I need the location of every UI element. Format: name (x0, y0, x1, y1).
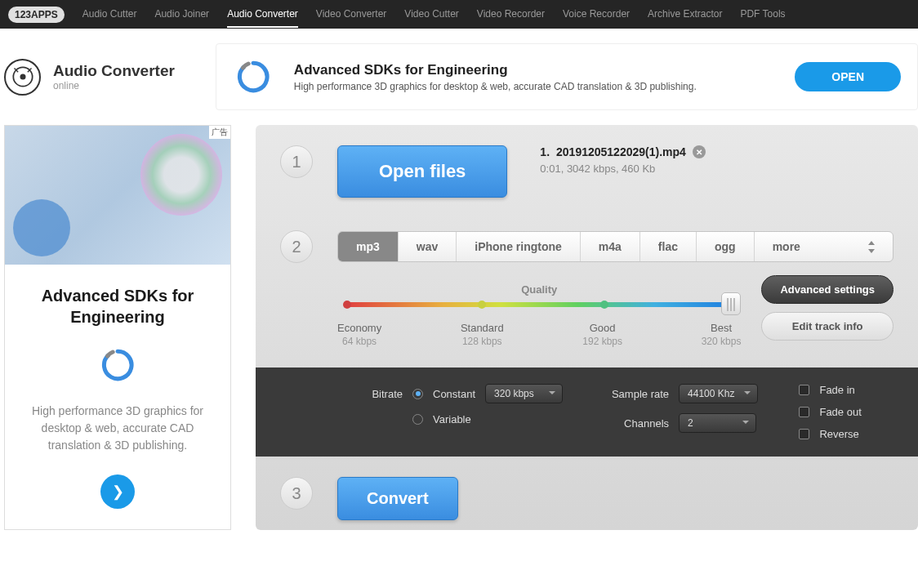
ad-badge: 广告 (209, 126, 230, 139)
format-tab-flac[interactable]: flac (640, 232, 697, 261)
step-number: 1 (280, 145, 313, 178)
format-tab-m4a[interactable]: m4a (581, 232, 640, 261)
converter-panel: 1 Open files 1. 20191205122029(1).mp4 ✕ … (256, 125, 918, 530)
quality-label: Quality (337, 283, 741, 296)
nav-item-video-recorder[interactable]: Video Recorder (477, 2, 545, 28)
ad-desc: High performance 3D graphics for desktop… (294, 81, 774, 92)
side-ad-desc: High performance 3D graphics for desktop… (21, 403, 214, 454)
reverse-label: Reverse (819, 428, 858, 440)
file-index: 1. (540, 145, 550, 158)
quality-handle[interactable] (721, 292, 741, 315)
nav-item-video-cutter[interactable]: Video Cutter (404, 2, 459, 28)
nav-item-voice-recorder[interactable]: Voice Recorder (563, 2, 630, 28)
step-number: 2 (280, 230, 313, 263)
nav-item-archive-extractor[interactable]: Archive Extractor (648, 2, 722, 28)
bitrate-constant-radio[interactable] (412, 389, 423, 399)
quality-mark: Economy64 kbps (337, 322, 381, 347)
sidebar-ad[interactable]: 广告 Advanced SDKs for Engineering High pe… (4, 125, 231, 530)
nav-item-video-converter[interactable]: Video Converter (316, 2, 387, 28)
ad-open-button[interactable]: OPEN (795, 62, 901, 91)
advanced-settings-panel: Bitrate Constant 320 kbps Variable Sampl… (256, 368, 918, 457)
nav-item-audio-cutter[interactable]: Audio Cutter (82, 2, 137, 28)
step-3: 3 Convert (256, 457, 918, 528)
ad-ring-icon (233, 56, 274, 97)
app-icon (4, 59, 41, 96)
fade-in-checkbox[interactable] (799, 385, 809, 395)
sample-rate-select[interactable]: 44100 Khz (679, 384, 758, 403)
constant-label: Constant (433, 388, 475, 400)
format-tab-mp3[interactable]: mp3 (338, 232, 399, 261)
page-header: Audio Converter online Advanced SDKs for… (0, 29, 918, 125)
arrow-right-icon[interactable]: ❯ (100, 474, 135, 509)
sample-rate-label: Sample rate (604, 388, 669, 400)
nav-item-pdf-tools[interactable]: PDF Tools (740, 2, 785, 28)
step-1: 1 Open files 1. 20191205122029(1).mp4 ✕ … (256, 125, 918, 218)
side-ad-title: Advanced SDKs for Engineering (21, 285, 214, 327)
open-files-button[interactable]: Open files (337, 145, 507, 198)
reverse-checkbox[interactable] (799, 429, 809, 439)
nav-item-audio-joiner[interactable]: Audio Joiner (154, 2, 209, 28)
brand-logo[interactable]: 123APPS (8, 7, 65, 23)
format-tab-ogg[interactable]: ogg (697, 232, 755, 261)
fade-out-checkbox[interactable] (799, 407, 809, 417)
advanced-settings-button[interactable]: Advanced settings (761, 275, 893, 304)
quality-mark: Good192 kbps (582, 322, 622, 347)
page-title: Audio Converter (53, 62, 175, 80)
quality-mark: Best320 kbps (702, 322, 742, 347)
bitrate-label: Bitrate (337, 388, 403, 400)
ad-image: 广告 (5, 126, 230, 265)
file-meta: 0:01, 3042 kbps, 460 Kb (540, 163, 705, 175)
channels-select[interactable]: 2 (679, 413, 756, 433)
format-tab-wav[interactable]: wav (399, 232, 457, 261)
file-name: 20191205122029(1).mp4 (556, 145, 686, 158)
top-nav: 123APPS Audio CutterAudio JoinerAudio Co… (0, 0, 918, 29)
bitrate-variable-radio[interactable] (412, 414, 423, 425)
bitrate-select[interactable]: 320 kbps (485, 384, 563, 403)
convert-button[interactable]: Convert (337, 477, 458, 520)
top-banner-ad[interactable]: Advanced SDKs for Engineering High perfo… (216, 43, 918, 110)
edit-track-info-button[interactable]: Edit track info (761, 312, 893, 341)
quality-mark: Standard128 kbps (461, 322, 504, 347)
format-tab-more[interactable]: more (755, 232, 893, 261)
fade-out-label: Fade out (819, 406, 861, 418)
svg-point-1 (20, 74, 25, 80)
ad-ring-icon (100, 348, 135, 382)
format-tab-iPhone-ringtone[interactable]: iPhone ringtone (457, 232, 581, 261)
quality-slider[interactable] (347, 302, 731, 307)
channels-label: Channels (604, 417, 669, 430)
nav-item-audio-converter[interactable]: Audio Converter (227, 2, 298, 28)
fade-in-label: Fade in (819, 384, 854, 396)
page-subtitle: online (53, 80, 175, 91)
variable-label: Variable (433, 413, 471, 425)
remove-file-icon[interactable]: ✕ (693, 145, 706, 158)
step-2: 2 mp3waviPhone ringtonem4aflacoggmore Qu… (256, 218, 918, 368)
step-number: 3 (280, 477, 313, 510)
format-tabs: mp3waviPhone ringtonem4aflacoggmore (337, 231, 893, 262)
ad-title: Advanced SDKs for Engineering (294, 62, 774, 78)
